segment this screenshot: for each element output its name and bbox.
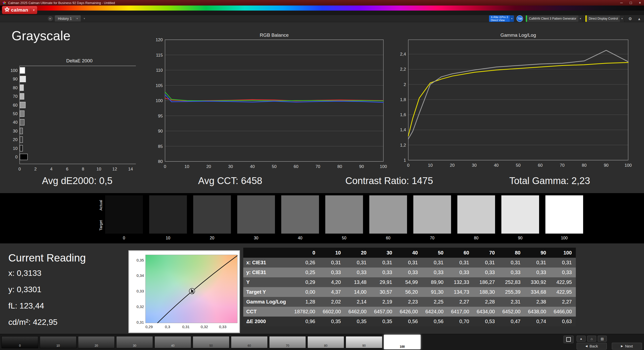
grayscale-swatch-50 <box>325 195 363 234</box>
calman-menu-button[interactable]: calman ▾ <box>2 6 37 14</box>
home-button[interactable]: ⌂ <box>587 336 596 342</box>
pattern-level-button-100[interactable]: 100 <box>384 335 421 349</box>
table-column-header: 100 <box>550 248 576 258</box>
avg-de2000-stat: Avg dE2000: 0,5 <box>42 176 112 186</box>
meter-select-button[interactable]: X-Rite i1Pro 3 Direct View ▾ <box>489 15 514 22</box>
table-cell: 0,56 <box>396 317 422 326</box>
svg-text:100: 100 <box>380 164 387 169</box>
pattern-level-button-10[interactable]: 10 <box>40 336 76 348</box>
pattern-level-button-40[interactable]: 40 <box>154 336 191 348</box>
table-cell: 0,33 <box>525 268 550 277</box>
table-cell: 0,33 <box>448 268 473 277</box>
pattern-level-button-30[interactable]: 30 <box>116 336 153 348</box>
svg-text:10: 10 <box>97 167 101 171</box>
svg-text:0: 0 <box>164 164 166 169</box>
grayscale-swatch-80 <box>457 195 495 234</box>
pattern-level-button-50[interactable]: 50 <box>193 336 229 348</box>
maximize-button[interactable]: □ <box>630 1 632 5</box>
pattern-window-button[interactable] <box>564 336 574 343</box>
table-cell: 6426,00 <box>396 307 422 317</box>
svg-text:90: 90 <box>604 163 609 168</box>
svg-text:90: 90 <box>158 129 163 134</box>
svg-text:10: 10 <box>428 163 433 168</box>
close-button[interactable]: × <box>639 1 641 5</box>
cie-x-tick: 0,31 <box>178 325 193 329</box>
table-cell: 2,31 <box>499 297 525 307</box>
table-row-label: x: CIE31 <box>243 258 294 268</box>
avg-cct-stat: Avg CCT: 6458 <box>198 176 262 186</box>
table-cell: 0,56 <box>422 317 448 326</box>
pattern-level-button-70[interactable]: 70 <box>269 336 306 348</box>
svg-text:50: 50 <box>272 164 277 169</box>
swatch-label: 10 <box>149 236 187 240</box>
history-nav-button[interactable]: ▸ <box>48 16 53 21</box>
svg-text:10: 10 <box>13 146 18 151</box>
contrast-ratio-stat: Contrast Ratio: 1475 <box>345 176 433 186</box>
table-cell: 54,99 <box>396 277 422 287</box>
table-cell: 0,70 <box>448 317 473 326</box>
current-reading-title: Current Reading <box>8 252 86 264</box>
grid-icon: ▤ <box>601 337 604 341</box>
pattern-level-button-20[interactable]: 20 <box>78 336 115 348</box>
deltae-2000-chart: DeltaE 200001020304050607080901000246810… <box>5 57 136 177</box>
tab-menu-button[interactable]: ▾ <box>82 16 87 22</box>
table-column-header: 60 <box>448 248 473 258</box>
grayscale-swatch-10 <box>149 195 187 234</box>
table-row-label: ΔE 2000 <box>243 317 294 326</box>
table-row: ΔE 20000,960,350,350,350,560,560,700,530… <box>243 317 576 326</box>
cie-x-tick: 0,33 <box>215 325 230 329</box>
table-cell: 0,31 <box>448 258 473 268</box>
display-control-select-button[interactable]: Direct Display Control ▾ <box>585 15 624 22</box>
svg-text:100: 100 <box>625 163 632 168</box>
svg-text:70: 70 <box>13 94 18 99</box>
calman-app-window: Calman 2025 Calman Ultimate for Business… <box>0 0 644 350</box>
pattern-level-button-0[interactable]: 0 <box>2 336 38 348</box>
svg-text:90: 90 <box>13 77 18 81</box>
tab-history-1[interactable]: History 1 ▾ <box>55 15 81 22</box>
table-cell: 30,57 <box>371 287 396 297</box>
table-cell: 2,19 <box>371 297 396 307</box>
cie-y-tick: 0,33 <box>130 289 144 293</box>
pattern-level-button-90[interactable]: 90 <box>346 336 382 348</box>
subheader-strip <box>0 11 644 15</box>
back-label: Back <box>590 344 598 348</box>
table-cell: 0,31 <box>396 258 422 268</box>
table-cell: 0,31 <box>525 258 550 268</box>
reading-cdm2: cd/m²: 422,95 <box>8 318 86 327</box>
table-cell: 6438,00 <box>525 307 550 317</box>
pattern-level-label: 10 <box>40 344 76 347</box>
chevron-down-icon: ▾ <box>578 15 583 22</box>
home-icon: ⌂ <box>591 337 593 341</box>
pattern-level-button-80[interactable]: 80 <box>307 336 344 348</box>
table-cell: 2,27 <box>550 297 576 307</box>
svg-text:120: 120 <box>156 37 163 42</box>
collapse-ribbon-button[interactable]: ▴ <box>636 15 642 22</box>
table-column-header: 20 <box>345 248 371 258</box>
pattern-window-icon <box>566 337 571 342</box>
table-cell: 0,74 <box>525 317 550 326</box>
table-cell: 56,20 <box>396 287 422 297</box>
table-cell: 0,33 <box>499 268 525 277</box>
svg-text:2,2: 2,2 <box>400 67 406 72</box>
swatch-label: 60 <box>369 236 407 240</box>
svg-text:40: 40 <box>250 164 255 169</box>
svg-text:8: 8 <box>82 167 84 171</box>
minimize-button[interactable]: ─ <box>620 1 623 5</box>
pattern-generator-select-button[interactable]: CalMAN Client 3 Pattern Generator ▾ <box>526 15 583 22</box>
next-arrow-icon: ▶ <box>621 344 623 348</box>
svg-text:6: 6 <box>66 167 68 171</box>
rgb-balance-chart: RGB Balance80859095100105110115120010203… <box>151 32 387 173</box>
svg-text:1,6: 1,6 <box>400 112 406 117</box>
layout-button[interactable]: ▤ <box>598 336 607 342</box>
next-button[interactable]: ▶ Next <box>612 343 642 349</box>
eject-button[interactable]: ▲ <box>577 336 586 342</box>
cie-y-tick: 0,31 <box>130 320 144 324</box>
settings-gear-button[interactable]: ⚙ <box>627 15 633 22</box>
table-cell: 14,00 <box>345 287 371 297</box>
table-column-header: 30 <box>371 248 396 258</box>
calman-logo-text: calman <box>11 7 28 13</box>
svg-text:105: 105 <box>156 83 163 88</box>
table-cell: 0,31 <box>473 258 499 268</box>
back-button[interactable]: ◀ Back <box>577 343 607 349</box>
pattern-level-button-60[interactable]: 60 <box>231 336 268 348</box>
